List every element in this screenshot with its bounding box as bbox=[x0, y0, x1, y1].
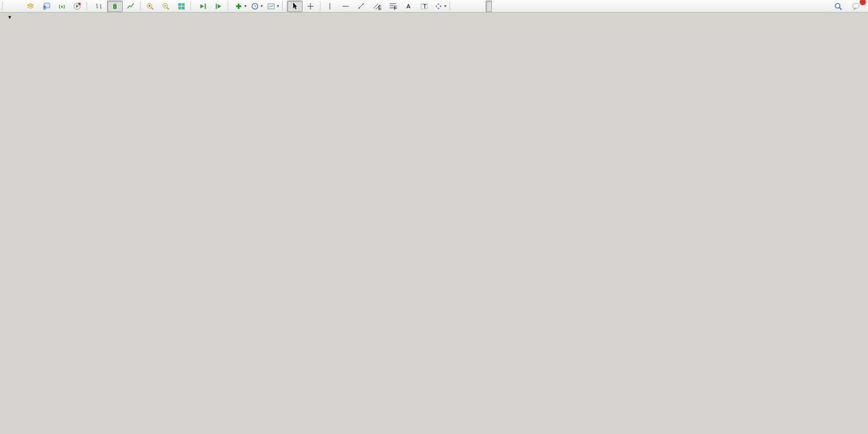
horizontal-line-button[interactable] bbox=[338, 1, 353, 12]
svg-text:E: E bbox=[378, 5, 381, 10]
bar-chart-icon bbox=[95, 2, 103, 10]
auto-trading-button[interactable] bbox=[70, 1, 85, 12]
svg-text:A: A bbox=[406, 3, 411, 9]
chevron-down-icon: ▾ bbox=[261, 4, 263, 8]
new-order-button[interactable] bbox=[7, 1, 23, 12]
search-icon bbox=[834, 2, 842, 10]
indicators-button[interactable]: ▾ bbox=[232, 1, 249, 12]
profile-window-icon bbox=[42, 2, 50, 10]
trendline-button[interactable] bbox=[353, 1, 369, 12]
label-t-icon: T bbox=[420, 2, 428, 10]
chart-shift-button[interactable] bbox=[211, 1, 227, 12]
auto-scroll-icon bbox=[199, 2, 207, 10]
templates-button[interactable]: ▾ bbox=[265, 1, 281, 12]
arrows-button[interactable]: ▾ bbox=[432, 1, 448, 12]
chat-button[interactable] bbox=[848, 1, 864, 12]
toolbar-grip[interactable] bbox=[87, 2, 89, 10]
zoom-in-button[interactable] bbox=[142, 1, 158, 12]
data-window-button[interactable] bbox=[38, 1, 54, 12]
add-indicator-icon bbox=[234, 2, 243, 10]
toolbar-grip[interactable] bbox=[190, 2, 193, 10]
cursor-button[interactable] bbox=[287, 1, 303, 12]
chevron-down-icon: ▾ bbox=[277, 4, 279, 8]
timeframe-mn[interactable] bbox=[505, 1, 511, 12]
chevron-down-icon: ▾ bbox=[244, 4, 247, 8]
chart-canvas[interactable] bbox=[0, 0, 868, 434]
line-chart-button[interactable] bbox=[123, 1, 138, 12]
channel-button[interactable]: E bbox=[369, 1, 385, 12]
timeframe-h1[interactable] bbox=[479, 1, 486, 12]
crosshair-icon bbox=[306, 2, 315, 10]
text-label-button[interactable]: T bbox=[416, 1, 432, 12]
chart-header: ▼ bbox=[7, 15, 22, 20]
chevron-down-icon: ▾ bbox=[444, 4, 446, 8]
svg-text:F: F bbox=[394, 5, 397, 10]
text-a-icon: A bbox=[404, 2, 413, 10]
fibonacci-icon: F bbox=[389, 2, 397, 10]
toolbar-grip[interactable] bbox=[2, 2, 5, 10]
crosshair-button[interactable] bbox=[303, 1, 318, 12]
cursor-icon bbox=[291, 2, 299, 10]
tile-windows-button[interactable] bbox=[174, 1, 189, 12]
zoom-out-icon bbox=[162, 2, 170, 10]
zoom-out-button[interactable] bbox=[158, 1, 174, 12]
vertical-line-icon bbox=[326, 2, 334, 10]
text-button[interactable]: A bbox=[401, 1, 416, 12]
svg-text:T: T bbox=[423, 3, 427, 9]
signals-button[interactable] bbox=[54, 1, 70, 12]
template-icon bbox=[267, 2, 275, 10]
equidistant-channel-icon: E bbox=[373, 2, 381, 10]
candlestick-chart-button[interactable] bbox=[107, 1, 123, 12]
mt4-window: ▾ ▾ ▾ E F A bbox=[0, 0, 868, 434]
auto-trading-icon bbox=[73, 2, 81, 10]
gold-layers-icon bbox=[26, 2, 35, 10]
fibonacci-button[interactable]: F bbox=[385, 1, 401, 12]
zoom-in-icon bbox=[146, 2, 154, 10]
timeframe-d1[interactable] bbox=[492, 1, 498, 12]
collapse-triangle-icon[interactable]: ▼ bbox=[7, 15, 12, 20]
line-chart-icon bbox=[126, 2, 135, 10]
vertical-line-button[interactable] bbox=[322, 1, 338, 12]
horizontal-line-icon bbox=[341, 2, 350, 10]
timeframe-m15[interactable] bbox=[467, 1, 473, 12]
timeframe-h4[interactable] bbox=[486, 1, 492, 12]
search-button[interactable] bbox=[830, 1, 846, 12]
toolbar: ▾ ▾ ▾ E F A bbox=[0, 0, 868, 13]
toolbar-grip[interactable] bbox=[282, 2, 285, 10]
timeframe-m5[interactable] bbox=[460, 1, 467, 12]
tile-windows-icon bbox=[177, 2, 186, 10]
notification-badge bbox=[860, 0, 866, 5]
signal-icon bbox=[58, 2, 66, 10]
toolbar-right-group bbox=[830, 1, 867, 12]
timeframe-m1[interactable] bbox=[454, 1, 460, 12]
timeframe-m30[interactable] bbox=[473, 1, 479, 12]
clock-icon bbox=[251, 2, 259, 10]
arrow-objects-icon bbox=[434, 2, 443, 10]
bar-chart-button[interactable] bbox=[91, 1, 107, 12]
periods-button[interactable]: ▾ bbox=[249, 1, 265, 12]
timeframe-w1[interactable] bbox=[498, 1, 505, 12]
toolbar-grip[interactable] bbox=[449, 2, 452, 10]
toolbar-separator bbox=[140, 2, 141, 10]
market-depth-button[interactable] bbox=[23, 1, 38, 12]
chart-shift-icon bbox=[215, 2, 223, 10]
trendline-icon bbox=[357, 2, 366, 10]
chat-bubble-icon bbox=[852, 2, 861, 10]
toolbar-separator bbox=[320, 2, 320, 10]
candlestick-icon bbox=[111, 2, 119, 10]
toolbar-grip[interactable] bbox=[228, 2, 230, 10]
auto-scroll-button[interactable] bbox=[195, 1, 211, 12]
